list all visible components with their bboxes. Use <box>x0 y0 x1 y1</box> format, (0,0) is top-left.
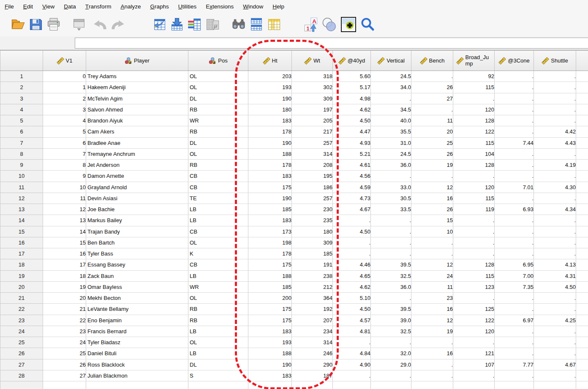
cell-at3Cone[interactable]: . <box>495 370 534 381</box>
cell-Ht[interactable]: 175 <box>248 315 292 326</box>
cell-Vertical[interactable]: 32.5 <box>371 270 411 281</box>
menu-item-analyze[interactable]: Analyze <box>116 0 145 13</box>
cell-at40yd[interactable]: . <box>333 215 371 226</box>
cell-at3Cone[interactable]: . <box>495 160 534 171</box>
cell-V1[interactable]: 5 <box>43 126 86 137</box>
cell-Wt[interactable]: 180 <box>292 226 333 237</box>
cell-empty[interactable] <box>576 304 588 315</box>
cell-Broad_Jump[interactable]: 122 <box>453 126 495 137</box>
cell-at40yd[interactable]: 4.50 <box>333 304 371 315</box>
row-number-cell[interactable]: 20 <box>0 281 43 292</box>
cell-empty[interactable] <box>576 115 588 126</box>
cell-Broad_Jump[interactable]: 128 <box>453 115 495 126</box>
cell-Player[interactable]: Tyler Bass <box>86 248 188 259</box>
cell-Vertical[interactable] <box>371 381 411 389</box>
cell-Broad_Jump[interactable]: . <box>453 171 495 182</box>
cell-V1[interactable]: 10 <box>43 182 86 193</box>
cell-at3Cone[interactable]: 6.93 <box>495 204 534 215</box>
cell-Player[interactable]: Devin Asiasi <box>86 193 188 204</box>
cell-Bench[interactable]: 19 <box>411 160 453 171</box>
row-number-cell[interactable]: 4 <box>0 104 43 115</box>
cell-Bench[interactable]: 27 <box>411 93 453 104</box>
cell-Vertical[interactable]: . <box>371 248 411 259</box>
cell-Wt[interactable]: 290 <box>292 359 333 370</box>
print-icon[interactable] <box>46 16 62 33</box>
cell-Ht[interactable]: 183 <box>248 115 292 126</box>
cell-at3Cone[interactable]: . <box>495 193 534 204</box>
cell-at3Cone[interactable]: . <box>495 237 534 248</box>
zoom-icon[interactable] <box>360 16 376 33</box>
cell-Player[interactable]: Eno Benjamin <box>86 315 188 326</box>
menu-item-view[interactable]: View <box>38 0 59 13</box>
cell-Pos[interactable]: OL <box>188 293 248 304</box>
row-number-cell[interactable]: 6 <box>0 126 43 137</box>
cell-Ht[interactable]: 180 <box>248 104 292 115</box>
cell-Ht[interactable]: 185 <box>248 281 292 292</box>
cell-Vertical[interactable]: 39.5 <box>371 259 411 270</box>
cell-Pos[interactable]: CB <box>188 226 248 237</box>
cell-Wt[interactable]: 212 <box>292 281 333 292</box>
cell-Pos[interactable]: DL <box>188 359 248 370</box>
cell-empty[interactable] <box>576 348 588 359</box>
cell-Broad_Jump[interactable]: 121 <box>453 348 495 359</box>
menu-item-utilities[interactable]: Utilities <box>174 0 201 13</box>
cell-V1[interactable]: 14 <box>43 226 86 237</box>
cell-at40yd[interactable]: 4.90 <box>333 359 371 370</box>
cell-Vertical[interactable]: 30.5 <box>371 193 411 204</box>
cell-Broad_Jump[interactable]: . <box>453 215 495 226</box>
cell-Pos[interactable]: RB <box>188 304 248 315</box>
cell-at40yd[interactable]: 4.62 <box>333 104 371 115</box>
cell-Vertical[interactable]: . <box>371 237 411 248</box>
row-number-cell[interactable]: 21 <box>0 293 43 304</box>
cell-Ht[interactable]: 188 <box>248 348 292 359</box>
cell-Vertical[interactable]: 39.0 <box>371 315 411 326</box>
cell-at40yd[interactable]: . <box>333 237 371 248</box>
cell-Bench[interactable]: . <box>411 359 453 370</box>
column-header-Wt[interactable]: Wt <box>292 51 333 71</box>
cell-at40yd[interactable]: 5.17 <box>333 82 371 93</box>
cell-Wt[interactable]: 257 <box>292 193 333 204</box>
row-number-cell[interactable]: 22 <box>0 304 43 315</box>
cell-Bench[interactable]: 16 <box>411 304 453 315</box>
cell-V1[interactable]: 7 <box>43 148 86 159</box>
cell-Wt[interactable]: 314 <box>292 148 333 159</box>
column-header-Ht[interactable]: Ht <box>248 51 292 71</box>
menu-item-extensions[interactable]: Extensions <box>201 0 238 13</box>
cell-V1[interactable]: 26 <box>43 359 86 370</box>
cell-Ht[interactable]: 193 <box>248 337 292 348</box>
row-number-cell[interactable]: 27 <box>0 359 43 370</box>
cell-Wt[interactable] <box>292 381 333 389</box>
cell-Bench[interactable]: 12 <box>411 259 453 270</box>
menu-item-graphs[interactable]: Graphs <box>145 0 173 13</box>
row-number-cell[interactable] <box>0 381 43 389</box>
cell-Wt[interactable]: 197 <box>292 104 333 115</box>
column-header-Vertical[interactable]: Vertical <box>371 51 411 71</box>
cell-Pos[interactable]: OL <box>188 71 248 82</box>
cell-Wt[interactable]: 246 <box>292 348 333 359</box>
cell-Broad_Jump[interactable]: 120 <box>453 326 495 337</box>
cell-Bench[interactable]: 20 <box>411 126 453 137</box>
cell-at3Cone[interactable]: . <box>495 82 534 93</box>
cell-Bench[interactable]: 12 <box>411 315 453 326</box>
cell-Player[interactable]: Zack Baun <box>86 270 188 281</box>
cell-V1[interactable]: 12 <box>43 204 86 215</box>
cell-Bench[interactable]: 12 <box>411 182 453 193</box>
cell-Broad_Jump[interactable]: 119 <box>453 204 495 215</box>
row-number-cell[interactable]: 11 <box>0 182 43 193</box>
cell-Shuttle[interactable]: . <box>534 82 576 93</box>
cell-Shuttle[interactable]: 4.30 <box>534 182 576 193</box>
cell-Vertical[interactable]: . <box>371 370 411 381</box>
cell-at40yd[interactable]: . <box>333 337 371 348</box>
cell-Broad_Jump[interactable]: . <box>453 370 495 381</box>
cell-Ht[interactable]: 200 <box>248 293 292 304</box>
cell-Player[interactable]: Salvon Ahmed <box>86 104 188 115</box>
cell-V1[interactable]: 25 <box>43 348 86 359</box>
cell-Wt[interactable]: 314 <box>292 337 333 348</box>
cell-Vertical[interactable]: 31.0 <box>371 137 411 148</box>
cell-Wt[interactable]: 234 <box>292 326 333 337</box>
cell-V1[interactable]: 2 <box>43 93 86 104</box>
cell-Ht[interactable]: 183 <box>248 326 292 337</box>
cell-Bench[interactable]: 10 <box>411 226 453 237</box>
cell-Pos[interactable]: CB <box>188 171 248 182</box>
cell-Broad_Jump[interactable]: 115 <box>453 82 495 93</box>
